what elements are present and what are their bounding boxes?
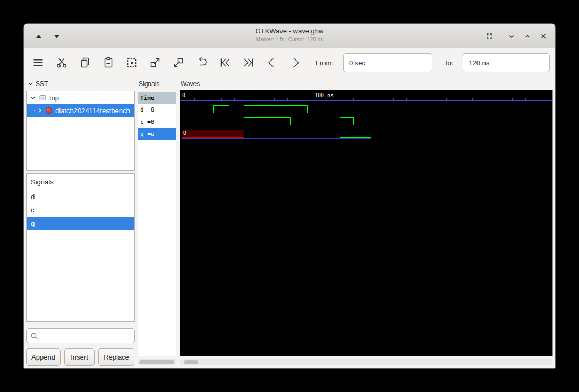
search-input[interactable] xyxy=(41,332,134,340)
wave-signal-row-q[interactable]: q =u xyxy=(138,128,176,140)
signal-item-q[interactable]: q xyxy=(27,217,134,230)
signals-column: Time d =0 c =0 q =u xyxy=(138,92,176,356)
signal-list-title: Signals xyxy=(27,174,134,190)
wave-hscrollbar-thumb[interactable] xyxy=(184,360,198,364)
wave-hscrollbar[interactable] xyxy=(180,359,553,365)
zoom-out-icon xyxy=(149,56,161,69)
skip-to-end-icon xyxy=(242,56,255,69)
cut-icon xyxy=(55,56,68,69)
expander-closed-icon[interactable] xyxy=(37,107,42,114)
signals-hscrollbar-thumb[interactable] xyxy=(139,360,174,364)
insert-button[interactable]: Insert xyxy=(64,348,95,366)
module-icon xyxy=(45,107,53,114)
fetch-end-button[interactable] xyxy=(240,54,257,71)
to-input[interactable] xyxy=(463,53,550,72)
close-icon xyxy=(539,32,548,40)
hierarchy-icon xyxy=(39,94,47,101)
chevron-up-icon xyxy=(523,32,532,40)
wave-signal-row-c[interactable]: c =0 xyxy=(138,116,176,128)
close-button[interactable] xyxy=(536,30,551,42)
paste-icon xyxy=(102,56,115,69)
triangle-down-icon xyxy=(53,32,61,40)
append-button[interactable]: Append xyxy=(26,348,61,366)
waves-header: Waves xyxy=(181,80,200,88)
zoom-in-icon xyxy=(172,56,185,69)
to-label: To: xyxy=(444,59,453,67)
cut-button[interactable] xyxy=(53,54,70,71)
window-title: GTKWave - wave.ghw xyxy=(24,27,555,35)
signals-column-header: Signals xyxy=(139,80,159,88)
tree-row-top[interactable]: top xyxy=(27,91,134,104)
expander-open-icon[interactable] xyxy=(30,95,36,101)
restore-button[interactable] xyxy=(482,30,497,42)
chevron-down-icon xyxy=(507,32,516,40)
wave-panel[interactable]: 0100 nsU xyxy=(180,90,553,356)
fetch-start-button[interactable] xyxy=(217,54,234,71)
signal-list-panel: Signals d c q xyxy=(26,173,135,322)
paste-button[interactable] xyxy=(100,54,117,71)
skip-to-start-icon xyxy=(219,56,232,69)
shift-right-button[interactable] xyxy=(287,54,304,71)
zoom-fit-button[interactable] xyxy=(123,54,140,71)
replace-button[interactable]: Replace xyxy=(98,348,134,366)
zoom-in-button[interactable] xyxy=(170,54,187,71)
window-status: Marker: 1 fs | Cursor: 120 ns xyxy=(24,37,555,42)
pane-splitter-left[interactable] xyxy=(135,79,137,364)
titlebar-titles: GTKWave - wave.ghw Marker: 1 fs | Cursor… xyxy=(24,27,555,42)
chevron-right-icon xyxy=(289,56,302,69)
unshade-button[interactable] xyxy=(520,30,535,42)
sst-header-label: SST xyxy=(36,80,48,88)
undo-button[interactable] xyxy=(193,54,210,71)
zoom-out-button[interactable] xyxy=(147,54,164,71)
signal-item-d[interactable]: d xyxy=(27,190,134,203)
from-label: From: xyxy=(316,59,334,67)
tree-guide xyxy=(30,105,35,111)
wave-signal-row-d[interactable]: d =0 xyxy=(138,104,176,116)
gtkwave-window: GTKWave - wave.ghw Marker: 1 fs | Cursor… xyxy=(23,23,556,369)
tree-node-label: top xyxy=(49,94,59,102)
sst-tree: top dlatch2024114testbench xyxy=(26,91,135,171)
copy-icon xyxy=(79,56,91,69)
sst-collapse-icon[interactable] xyxy=(28,81,33,87)
time-header: Time xyxy=(138,92,176,104)
signal-search-box xyxy=(26,328,135,343)
scroll-down-button[interactable] xyxy=(49,30,64,42)
svg-text:100 ns: 100 ns xyxy=(314,92,334,98)
wave-canvas[interactable]: 0100 nsU xyxy=(180,90,552,356)
copy-button[interactable] xyxy=(76,54,93,71)
pane-splitter-right[interactable] xyxy=(177,79,179,364)
restore-icon xyxy=(485,32,493,40)
titlebar: GTKWave - wave.ghw Marker: 1 fs | Cursor… xyxy=(24,24,555,48)
toolbar: From: To: xyxy=(24,48,555,77)
signals-hscrollbar[interactable] xyxy=(138,359,176,365)
shade-button[interactable] xyxy=(504,30,519,42)
triangle-up-icon xyxy=(35,32,43,40)
svg-text:0: 0 xyxy=(182,92,185,98)
menu-icon xyxy=(32,56,45,69)
tree-row-testbench[interactable]: dlatch2024114testbench xyxy=(27,104,134,117)
shift-left-button[interactable] xyxy=(263,54,280,71)
sst-header: SST xyxy=(28,80,48,88)
search-icon xyxy=(30,332,38,340)
screen-background: { "window": { "title": "GTKWave - wave.g… xyxy=(0,0,579,392)
tree-node-label: dlatch2024114testbench xyxy=(55,107,130,115)
svg-text:U: U xyxy=(183,131,186,136)
undo-icon xyxy=(195,56,208,69)
scroll-up-button[interactable] xyxy=(31,30,46,42)
menu-button[interactable] xyxy=(30,54,47,71)
chevron-left-icon xyxy=(266,56,278,69)
from-input[interactable] xyxy=(343,53,432,72)
signal-item-c[interactable]: c xyxy=(27,203,134,217)
zoom-fit-icon xyxy=(125,56,138,69)
